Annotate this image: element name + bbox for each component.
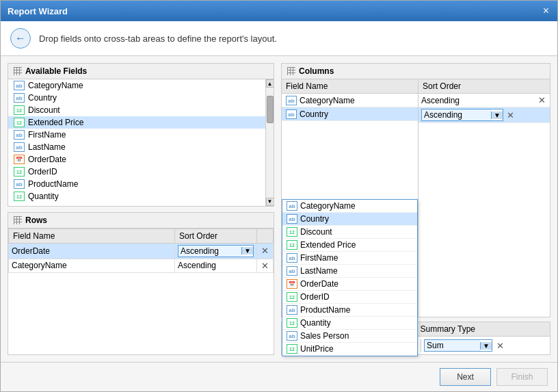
- field-type-icon: 12: [287, 240, 297, 250]
- field-type-icon: 12: [287, 227, 297, 237]
- col-sort-input[interactable]: [422, 109, 491, 120]
- col-delete-button[interactable]: ✕: [505, 110, 516, 120]
- col-delete-button[interactable]: ✕: [537, 95, 547, 105]
- list-item[interactable]: 12UnitPrice: [282, 343, 417, 356]
- col-header-sort-order: Sort Order: [418, 79, 550, 93]
- field-name: Extended Price: [28, 118, 83, 127]
- scroll-down-arrow[interactable]: ▼: [266, 198, 274, 206]
- list-item[interactable]: abFirstName: [282, 252, 417, 265]
- col-sort-row: ▼ ✕: [418, 107, 550, 123]
- grid-icon: [14, 67, 22, 75]
- field-type-icon: ab: [286, 96, 297, 105]
- list-item[interactable]: abSales Person: [282, 330, 417, 343]
- summary-dropdown-btn[interactable]: ▼: [480, 342, 492, 350]
- list-item[interactable]: 12Quantity: [282, 317, 417, 330]
- available-field-item[interactable]: 12OrderID: [8, 166, 265, 178]
- list-item[interactable]: abCategoryName: [282, 200, 417, 213]
- field-type-icon: ab: [287, 266, 297, 276]
- sort-cell: Ascending: [175, 259, 257, 272]
- rows-content: Field Name Sort Order OrderDate ▼ ✕ Cate…: [8, 228, 274, 355]
- field-name: LastName: [28, 142, 66, 152]
- col-sort-value: Ascending: [421, 96, 460, 105]
- available-fields-scrollbar[interactable]: ▲ ▼: [265, 79, 274, 206]
- field-type-icon: 12: [14, 118, 25, 127]
- rows-header: Rows: [8, 213, 274, 228]
- field-type-icon: ab: [287, 253, 297, 263]
- scroll-up-arrow[interactable]: ▲: [266, 79, 274, 88]
- rows-panel: Rows Field Name Sort Order OrderDate: [8, 212, 274, 356]
- available-field-item[interactable]: 12Discount: [8, 104, 265, 116]
- field-type-icon: ab: [14, 130, 25, 140]
- columns-dropdown-list: abCategoryNameabCountry12Discount12Exten…: [282, 200, 417, 356]
- summary-value-cell: Sum ▼ ✕: [421, 338, 547, 353]
- available-fields-panel: Available Fields abCategoryNameabCountry…: [8, 63, 274, 207]
- header-section: ← Drop fields onto cross-tab areas to de…: [1, 21, 557, 56]
- field-type-icon: ab: [287, 331, 297, 341]
- field-type-icon: 12: [14, 192, 25, 201]
- summary-type-label: Summary Type: [416, 322, 550, 336]
- field-name: Quantity: [28, 192, 59, 201]
- available-fields-header: Available Fields: [8, 64, 274, 79]
- rows-col-field-name: Field Name: [9, 228, 175, 243]
- sort-dropdown-combo[interactable]: ▼: [178, 245, 254, 257]
- summary-delete-button[interactable]: ✕: [495, 341, 505, 351]
- field-type-icon: ab: [14, 142, 25, 152]
- rows-table: Field Name Sort Order OrderDate ▼ ✕ Cate…: [8, 228, 274, 273]
- sort-input[interactable]: [178, 246, 241, 257]
- col-sort-btn[interactable]: ▼: [491, 112, 503, 119]
- list-item[interactable]: abProductName: [282, 304, 417, 317]
- available-field-item[interactable]: 12Quantity: [8, 190, 265, 202]
- available-field-item[interactable]: abLastName: [8, 141, 265, 153]
- columns-sort-list: Ascending ✕ ▼ ✕: [418, 94, 550, 317]
- columns-field-dropdown: abCategoryNameabCountry12Discount12Exten…: [282, 199, 418, 356]
- row-delete-button[interactable]: ✕: [260, 261, 270, 271]
- list-item[interactable]: abLastName: [282, 265, 417, 278]
- available-field-item[interactable]: abProductName: [8, 178, 265, 190]
- dropdown-field-name: ProductName: [300, 305, 350, 315]
- field-type-icon: 📅: [14, 155, 25, 164]
- field-name: Discount: [28, 105, 60, 115]
- dropdown-field-name: Discount: [300, 227, 332, 237]
- dialog-title: Report Wizard: [8, 6, 68, 16]
- list-item[interactable]: 12Extended Price: [282, 239, 417, 252]
- scroll-thumb[interactable]: [267, 96, 274, 123]
- next-button[interactable]: Next: [440, 368, 491, 386]
- main-content: Available Fields abCategoryNameabCountry…: [1, 56, 557, 362]
- available-field-item[interactable]: 12Extended Price: [8, 116, 265, 129]
- available-field-item[interactable]: 📅OrderDate: [8, 153, 265, 166]
- finish-button[interactable]: Finish: [496, 368, 548, 386]
- available-field-item[interactable]: abFirstName: [8, 129, 265, 141]
- col-sort-combo[interactable]: ▼: [421, 109, 503, 121]
- list-item[interactable]: 12Discount: [282, 226, 417, 239]
- available-field-item[interactable]: abCountry: [8, 92, 265, 104]
- field-type-icon: ab: [287, 201, 297, 211]
- row-delete-button[interactable]: ✕: [260, 246, 270, 256]
- available-field-item[interactable]: abCategoryName: [8, 79, 265, 92]
- delete-cell: ✕: [257, 259, 274, 272]
- field-type-icon: 📅: [287, 279, 297, 289]
- field-type-icon: ab: [286, 109, 297, 119]
- dropdown-field-name: CategoryName: [300, 201, 356, 211]
- sort-value: Ascending: [178, 261, 216, 270]
- field-type-icon: 12: [287, 292, 297, 302]
- field-name: FirstName: [28, 130, 66, 140]
- dropdown-field-name: Country: [300, 214, 329, 224]
- columns-grid-icon: [287, 67, 295, 75]
- rows-title: Rows: [25, 215, 47, 225]
- dropdown-field-name: Quantity: [300, 318, 331, 328]
- back-button[interactable]: ←: [10, 28, 31, 49]
- field-name: OrderDate: [28, 155, 66, 164]
- col-field-name: Country: [300, 109, 328, 119]
- left-panel: Available Fields abCategoryNameabCountry…: [8, 63, 274, 355]
- field-name-cell: OrderDate: [9, 243, 175, 259]
- close-button[interactable]: ×: [542, 5, 550, 16]
- available-fields-title: Available Fields: [25, 66, 87, 76]
- sort-dropdown-btn[interactable]: ▼: [241, 247, 253, 254]
- list-item[interactable]: 12OrderID: [282, 291, 417, 304]
- summary-type-input[interactable]: Sum: [425, 340, 480, 351]
- summary-type-dropdown[interactable]: Sum ▼: [424, 339, 492, 352]
- list-item[interactable]: 📅OrderDate: [282, 278, 417, 291]
- field-type-icon: ab: [14, 179, 25, 189]
- list-item[interactable]: abCountry: [282, 213, 417, 226]
- rows-table-body: OrderDate ▼ ✕ CategoryName Ascending ✕: [9, 243, 274, 272]
